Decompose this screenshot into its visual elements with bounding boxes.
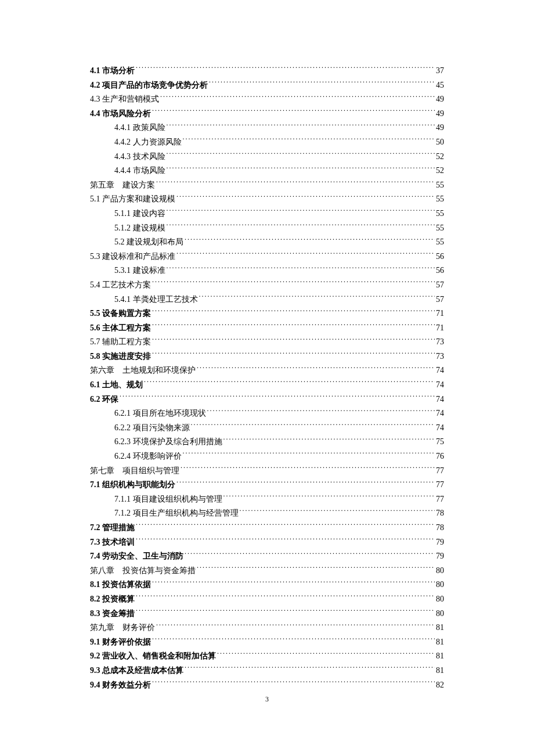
toc-label: 7.1 组织机构与职能划分 [90, 478, 175, 492]
toc-entry: 7.1 组织机构与职能划分77 [90, 478, 444, 492]
toc-leader-dots [167, 208, 435, 216]
toc-page: 74 [436, 363, 444, 378]
toc-leader-dots [152, 322, 435, 330]
toc-label: 7.2 管理措施 [90, 521, 135, 535]
toc-label: 5.6 主体工程方案 [90, 321, 151, 336]
toc-label: 8.3 资金筹措 [90, 607, 135, 621]
toc-entry: 6.2 环保74 [90, 393, 444, 407]
toc-page: 81 [436, 621, 444, 635]
toc-leader-dots [152, 279, 435, 287]
toc-leader-dots [191, 422, 435, 430]
toc-label: 4.4.3 技术风险 [114, 150, 165, 164]
toc-label: 6.2.3 环境保护及综合利用措施 [114, 435, 222, 449]
toc-label: 4.4.2 人力资源风险 [114, 135, 182, 150]
toc-page: 71 [436, 307, 444, 321]
toc-label: 7.3 技术培训 [90, 535, 135, 550]
toc-entry: 5.1 产品方案和建设规模55 [90, 192, 444, 207]
toc-leader-dots [152, 679, 435, 687]
toc-label: 8.2 投资概算 [90, 592, 135, 607]
toc-label: 6.2.2 项目污染物来源 [114, 421, 190, 435]
toc-page: 81 [436, 649, 444, 664]
toc-page: 52 [436, 164, 444, 178]
toc-page: 74 [436, 378, 444, 393]
toc-page: 56 [436, 250, 444, 264]
toc-label: 5.1.1 建设内容 [114, 207, 165, 221]
toc-leader-dots [176, 193, 435, 201]
toc-leader-dots [156, 179, 435, 188]
toc-leader-dots [197, 565, 435, 573]
toc-entry: 4.4 市场风险分析49 [90, 107, 444, 121]
toc-page: 71 [436, 321, 444, 336]
toc-label: 4.1 市场分析 [90, 64, 135, 78]
toc-label: 5.4 工艺技术方案 [90, 278, 151, 293]
toc-entry: 4.4.2 人力资源风险50 [90, 135, 444, 150]
toc-label: 5.8 实施进度安排 [90, 350, 151, 364]
toc-title: 项目组织与管理 [122, 466, 179, 475]
toc-label: 9.2 营业收入、销售税金和附加估算 [90, 649, 216, 664]
toc-leader-dots [167, 165, 435, 173]
toc-leader-dots [167, 122, 435, 130]
toc-leader-dots [152, 336, 435, 344]
toc-title: 投资估算与资金筹措 [122, 566, 196, 575]
toc-chapter: 第七章 [90, 464, 114, 478]
toc-leader-dots [152, 636, 435, 645]
toc-label: 9.1 财务评价依据 [90, 635, 151, 650]
toc-entry: 6.2.4 环境影响评价76 [90, 449, 444, 464]
toc-entry: 6.2.3 环境保护及综合利用措施75 [90, 435, 444, 449]
toc-page: 55 [436, 178, 444, 193]
toc-leader-dots [156, 622, 435, 630]
toc-entry: 9.4 财务效益分析82 [90, 678, 444, 693]
toc-entry: 4.3 生产和营销模式49 [90, 92, 444, 107]
toc-label: 7.1.2 项目生产组织机构与经营管理 [114, 506, 239, 521]
toc-page: 49 [436, 121, 444, 135]
toc-leader-dots [167, 222, 435, 231]
toc-page: 75 [436, 435, 444, 449]
toc-chapter: 第八章 [90, 564, 114, 578]
toc-label: 6.1 土地、规划 [90, 378, 143, 393]
toc-leader-dots [185, 236, 435, 244]
toc-entry: 第六章土地规划和环境保护74 [90, 363, 444, 378]
toc-page: 76 [436, 449, 444, 464]
toc-entry: 5.2 建设规划和布局55 [90, 235, 444, 250]
toc-entry: 5.3.1 建设标准56 [90, 264, 444, 278]
toc-entry: 5.7 辅助工程方案73 [90, 335, 444, 350]
toc-leader-dots [160, 93, 435, 102]
toc-leader-dots [197, 365, 435, 373]
toc-page: 55 [436, 235, 444, 250]
toc-page: 55 [436, 221, 444, 236]
toc-title: 建设方案 [122, 181, 155, 189]
toc-leader-dots [223, 436, 435, 444]
toc-label: 5.3.1 建设标准 [114, 264, 165, 278]
toc-label: 4.4 市场风险分析 [90, 107, 151, 121]
toc-leader-dots [183, 451, 435, 459]
toc-entry: 5.8 实施进度安排73 [90, 350, 444, 364]
toc-page: 73 [436, 335, 444, 350]
toc-entry: 7.2 管理措施78 [90, 521, 444, 535]
toc-label: 6.2.4 环境影响评价 [114, 449, 182, 464]
toc-label: 5.5 设备购置方案 [90, 307, 151, 321]
toc-page: 80 [436, 607, 444, 621]
table-of-contents: 4.1 市场分析374.2 项目产品的市场竞争优势分析454.3 生产和营销模式… [90, 64, 444, 692]
toc-entry: 5.3 建设标准和产品标准56 [90, 250, 444, 264]
toc-leader-dots [176, 251, 435, 259]
toc-entry: 5.4 工艺技术方案57 [90, 278, 444, 293]
toc-entry: 5.6 主体工程方案71 [90, 321, 444, 336]
toc-leader-dots [183, 136, 435, 145]
toc-leader-dots [181, 465, 435, 473]
toc-leader-dots [223, 494, 435, 502]
toc-entry: 第七章项目组织与管理77 [90, 464, 444, 478]
toc-page: 78 [436, 521, 444, 535]
toc-leader-dots [209, 80, 435, 88]
toc-entry: 4.1 市场分析37 [90, 64, 444, 78]
toc-page: 45 [436, 78, 444, 93]
toc-page: 81 [436, 635, 444, 650]
toc-entry: 第八章投资估算与资金筹措80 [90, 564, 444, 578]
toc-chapter: 第九章 [90, 621, 114, 635]
toc-entry: 5.5 设备购置方案71 [90, 307, 444, 321]
toc-page: 79 [436, 535, 444, 550]
toc-label: 5.2 建设规划和布局 [114, 235, 183, 250]
toc-entry: 5.4.1 羊粪处理工艺技术57 [90, 293, 444, 307]
toc-entry: 6.2.2 项目污染物来源74 [90, 421, 444, 435]
toc-leader-dots [185, 665, 435, 673]
toc-page: 82 [436, 678, 444, 693]
